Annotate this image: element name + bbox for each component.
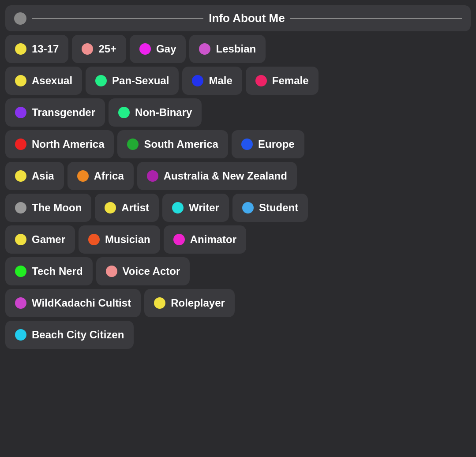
label-role-writer: Writer bbox=[189, 202, 219, 214]
tag-region-asia[interactable]: Asia bbox=[5, 162, 64, 190]
dot-region-north-america bbox=[15, 139, 26, 150]
label-age-25-plus: 25+ bbox=[98, 43, 116, 55]
tag-role-artist[interactable]: Artist bbox=[95, 194, 159, 222]
dot-region-asia bbox=[15, 170, 26, 182]
dot-gender-nonbinary bbox=[118, 107, 130, 118]
tag-row-4: AsiaAfricaAustralia & New Zealand bbox=[5, 162, 471, 190]
tag-region-north-america[interactable]: North America bbox=[5, 130, 114, 158]
label-region-africa: Africa bbox=[94, 170, 124, 182]
tag-age-13-17[interactable]: 13-17 bbox=[5, 35, 68, 63]
tags-container: 13-1725+GayLesbianAsexualPan-SexualMaleF… bbox=[5, 35, 471, 349]
tag-orientation-asexual[interactable]: Asexual bbox=[5, 67, 82, 95]
dot-role-beach-city-citizen bbox=[15, 329, 26, 341]
label-orientation-gay: Gay bbox=[156, 43, 176, 55]
dot-region-australia-nz bbox=[147, 170, 158, 182]
label-gender-nonbinary: Non-Binary bbox=[135, 106, 192, 119]
label-region-north-america: North America bbox=[32, 138, 104, 150]
label-role-roleplayer: Roleplayer bbox=[171, 297, 225, 309]
tag-role-beach-city-citizen[interactable]: Beach City Citizen bbox=[5, 321, 134, 349]
label-region-europe: Europe bbox=[258, 138, 295, 150]
tag-role-gamer[interactable]: Gamer bbox=[5, 225, 75, 254]
dot-age-25-plus bbox=[82, 43, 93, 55]
label-region-south-america: South America bbox=[144, 138, 218, 150]
tag-orientation-gay[interactable]: Gay bbox=[130, 35, 186, 63]
dot-region-europe bbox=[241, 139, 253, 150]
label-gender-male: Male bbox=[209, 75, 232, 87]
label-role-wildkadachi-cultist: WildKadachi Cultist bbox=[32, 297, 131, 309]
tag-region-the-moon[interactable]: The Moon bbox=[5, 194, 91, 222]
tag-gender-male[interactable]: Male bbox=[182, 67, 242, 95]
dot-region-the-moon bbox=[15, 202, 26, 214]
dot-orientation-asexual bbox=[15, 75, 26, 86]
label-age-13-17: 13-17 bbox=[32, 43, 59, 55]
label-region-the-moon: The Moon bbox=[32, 202, 82, 214]
dot-role-writer bbox=[172, 202, 184, 214]
tag-role-musician[interactable]: Musician bbox=[79, 225, 160, 254]
tag-gender-female[interactable]: Female bbox=[246, 67, 319, 95]
tag-row-3: North AmericaSouth AmericaEurope bbox=[5, 130, 471, 158]
tag-row-1: AsexualPan-SexualMaleFemale bbox=[5, 67, 471, 95]
label-gender-transgender: Transgender bbox=[32, 106, 95, 119]
tag-age-25-plus[interactable]: 25+ bbox=[72, 35, 126, 63]
header-line-right bbox=[290, 18, 462, 19]
dot-role-voice-actor bbox=[106, 266, 117, 277]
label-orientation-lesbian: Lesbian bbox=[216, 43, 256, 55]
tag-gender-transgender[interactable]: Transgender bbox=[5, 98, 105, 127]
dot-role-roleplayer bbox=[154, 297, 165, 309]
main-container: Info About Me 13-1725+GayLesbianAsexualP… bbox=[5, 5, 471, 349]
label-role-gamer: Gamer bbox=[32, 233, 65, 246]
tag-region-south-america[interactable]: South America bbox=[117, 130, 228, 158]
tag-gender-nonbinary[interactable]: Non-Binary bbox=[109, 98, 202, 127]
label-role-student: Student bbox=[259, 202, 298, 214]
tag-region-africa[interactable]: Africa bbox=[67, 162, 134, 190]
tag-row-0: 13-1725+GayLesbian bbox=[5, 35, 471, 63]
tag-role-writer[interactable]: Writer bbox=[162, 194, 229, 222]
dot-orientation-gay bbox=[139, 43, 151, 55]
label-role-animator: Animator bbox=[190, 233, 236, 246]
tag-region-europe[interactable]: Europe bbox=[232, 130, 304, 158]
tag-role-student[interactable]: Student bbox=[232, 194, 308, 222]
label-orientation-pansexual: Pan-Sexual bbox=[112, 75, 169, 87]
header-title: Info About Me bbox=[209, 11, 285, 25]
dot-gender-female bbox=[255, 75, 267, 86]
label-region-australia-nz: Australia & New Zealand bbox=[164, 170, 287, 182]
header-row: Info About Me bbox=[5, 5, 471, 31]
tag-role-animator[interactable]: Animator bbox=[164, 225, 246, 254]
tag-role-voice-actor[interactable]: Voice Actor bbox=[96, 257, 190, 285]
dot-orientation-pansexual bbox=[95, 75, 107, 86]
label-role-beach-city-citizen: Beach City Citizen bbox=[32, 329, 124, 341]
header-line-left bbox=[32, 18, 203, 19]
label-role-artist: Artist bbox=[121, 202, 149, 214]
dot-role-artist bbox=[105, 202, 116, 214]
dot-region-south-america bbox=[127, 139, 139, 150]
tag-role-wildkadachi-cultist[interactable]: WildKadachi Cultist bbox=[5, 289, 141, 317]
tag-orientation-lesbian[interactable]: Lesbian bbox=[189, 35, 266, 63]
tag-row-2: TransgenderNon-Binary bbox=[5, 98, 471, 127]
label-orientation-asexual: Asexual bbox=[32, 75, 72, 87]
dot-role-musician bbox=[88, 234, 100, 245]
tag-row-8: WildKadachi CultistRoleplayer bbox=[5, 289, 471, 317]
tag-row-5: The MoonArtistWriterStudent bbox=[5, 194, 471, 222]
dot-region-africa bbox=[77, 170, 89, 182]
tag-row-6: GamerMusicianAnimator bbox=[5, 225, 471, 254]
label-role-musician: Musician bbox=[105, 233, 150, 246]
label-region-asia: Asia bbox=[32, 170, 54, 182]
dot-gender-transgender bbox=[15, 107, 26, 118]
dot-orientation-lesbian bbox=[199, 43, 210, 55]
label-gender-female: Female bbox=[272, 75, 309, 87]
label-role-voice-actor: Voice Actor bbox=[123, 265, 180, 277]
tag-row-9: Beach City Citizen bbox=[5, 321, 471, 349]
tag-orientation-pansexual[interactable]: Pan-Sexual bbox=[86, 67, 179, 95]
dot-role-wildkadachi-cultist bbox=[15, 297, 26, 309]
dot-role-tech-nerd bbox=[15, 266, 26, 277]
dot-role-animator bbox=[173, 234, 185, 245]
dot-role-gamer bbox=[15, 234, 26, 245]
tag-role-tech-nerd[interactable]: Tech Nerd bbox=[5, 257, 93, 285]
tag-row-7: Tech NerdVoice Actor bbox=[5, 257, 471, 285]
label-role-tech-nerd: Tech Nerd bbox=[32, 265, 83, 277]
tag-region-australia-nz[interactable]: Australia & New Zealand bbox=[137, 162, 297, 190]
tag-role-roleplayer[interactable]: Roleplayer bbox=[144, 289, 235, 317]
dot-gender-male bbox=[192, 75, 203, 86]
header-dot bbox=[14, 12, 26, 25]
dot-age-13-17 bbox=[15, 43, 26, 55]
